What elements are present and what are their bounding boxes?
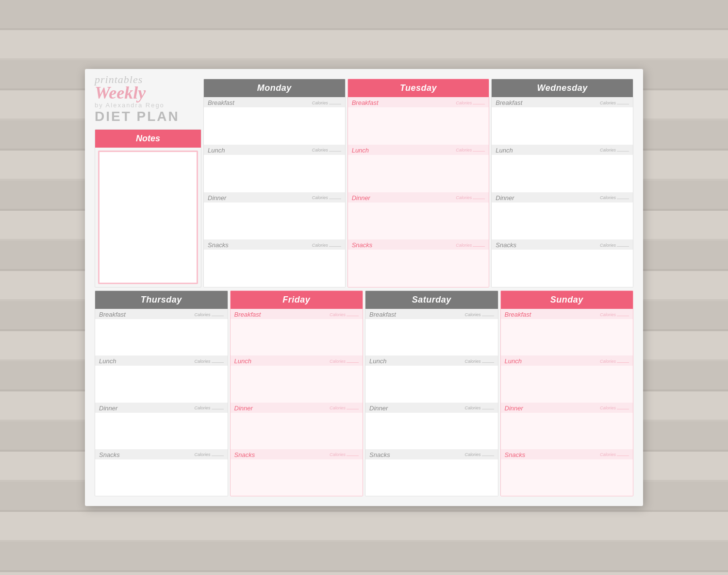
- calories-label-lunch-friday: Calories: [330, 359, 359, 364]
- meal-snacks-tuesday: Snacks Calories: [348, 239, 489, 287]
- day-header-thursday: Thursday: [95, 291, 228, 309]
- meal-box-breakfast-tuesday[interactable]: [348, 107, 489, 145]
- meal-name-snacks-wednesday: Snacks: [496, 241, 516, 249]
- meal-box-dinner-friday[interactable]: [231, 413, 363, 449]
- meal-box-snacks-saturday[interactable]: [365, 459, 498, 496]
- calories-label-lunch-thursday: Calories: [194, 359, 223, 364]
- day-header-wednesday: Wednesday: [492, 79, 633, 97]
- meal-name-snacks-tuesday: Snacks: [352, 241, 373, 249]
- meal-box-breakfast-saturday[interactable]: [365, 319, 498, 355]
- meal-label-breakfast-wednesday: Breakfast Calories: [492, 97, 633, 107]
- calories-label-lunch-sunday: Calories: [600, 359, 629, 364]
- meal-name-dinner-thursday: Dinner: [99, 405, 117, 412]
- meal-snacks-monday: Snacks Calories: [204, 239, 345, 287]
- top-section: printables Weekly by Alexandra Rego Diet…: [95, 79, 633, 288]
- day-col-wednesday: Wednesday Breakfast Calories Lunch Calor…: [491, 79, 633, 288]
- meal-box-breakfast-sunday[interactable]: [501, 319, 633, 355]
- meal-lunch-thursday: Lunch Calories: [95, 355, 228, 402]
- calories-label-snacks-saturday: Calories: [464, 452, 494, 457]
- meal-box-lunch-friday[interactable]: [231, 366, 363, 402]
- logo-diet-plan-text: Diet Plan: [95, 109, 201, 124]
- meal-name-dinner-monday: Dinner: [208, 194, 226, 202]
- meal-box-lunch-tuesday[interactable]: [348, 155, 489, 192]
- meal-snacks-friday: Snacks Calories: [231, 449, 363, 496]
- day-col-saturday: Saturday Breakfast Calories Lunch Calori…: [365, 290, 498, 496]
- meal-snacks-saturday: Snacks Calories: [365, 449, 498, 496]
- logo-area: printables Weekly by Alexandra Rego Diet…: [95, 79, 201, 127]
- meal-name-lunch-tuesday: Lunch: [352, 147, 369, 154]
- meal-box-lunch-thursday[interactable]: [95, 366, 228, 402]
- calories-label-snacks-sunday: Calories: [600, 452, 629, 457]
- logo-weekly-text: Weekly: [95, 84, 201, 101]
- day-header-tuesday: Tuesday: [348, 79, 489, 97]
- calories-label-dinner-sunday: Calories: [600, 406, 629, 410]
- meal-label-breakfast-sunday: Breakfast Calories: [501, 309, 633, 319]
- calories-label-lunch-saturday: Calories: [464, 359, 494, 364]
- planner-paper: printables Weekly by Alexandra Rego Diet…: [85, 69, 643, 506]
- meal-box-lunch-sunday[interactable]: [501, 366, 633, 402]
- meal-box-snacks-sunday[interactable]: [501, 459, 633, 496]
- calories-label-dinner-wednesday: Calories: [600, 195, 629, 200]
- notes-body[interactable]: [98, 151, 198, 284]
- calories-label-dinner-friday: Calories: [330, 406, 359, 410]
- notes-column-wrapper: printables Weekly by Alexandra Rego Diet…: [95, 79, 201, 288]
- calories-label-breakfast-wednesday: Calories: [600, 101, 629, 105]
- meal-dinner-monday: Dinner Calories: [204, 192, 345, 240]
- meal-box-snacks-wednesday[interactable]: [492, 250, 633, 287]
- calories-label-breakfast-tuesday: Calories: [456, 101, 485, 105]
- meal-box-dinner-sunday[interactable]: [501, 413, 633, 449]
- meal-name-lunch-wednesday: Lunch: [496, 147, 513, 154]
- meal-name-breakfast-tuesday: Breakfast: [352, 99, 379, 106]
- meal-name-lunch-friday: Lunch: [234, 357, 251, 365]
- meal-box-dinner-tuesday[interactable]: [348, 203, 489, 240]
- meal-box-lunch-monday[interactable]: [204, 155, 345, 192]
- meal-box-snacks-tuesday[interactable]: [348, 250, 489, 287]
- calories-label-lunch-monday: Calories: [312, 148, 341, 152]
- meal-label-lunch-monday: Lunch Calories: [204, 145, 345, 155]
- meal-name-snacks-friday: Snacks: [234, 451, 255, 458]
- meal-box-dinner-thursday[interactable]: [95, 413, 228, 449]
- meal-box-snacks-friday[interactable]: [231, 459, 363, 496]
- calories-label-snacks-tuesday: Calories: [456, 243, 485, 248]
- meal-snacks-thursday: Snacks Calories: [95, 449, 228, 496]
- meal-dinner-sunday: Dinner Calories: [501, 403, 633, 449]
- meal-box-breakfast-friday[interactable]: [231, 319, 363, 355]
- meal-box-snacks-thursday[interactable]: [95, 459, 228, 496]
- meal-name-breakfast-wednesday: Breakfast: [496, 99, 522, 106]
- meal-box-breakfast-thursday[interactable]: [95, 319, 228, 355]
- meal-lunch-friday: Lunch Calories: [231, 355, 363, 402]
- meal-breakfast-saturday: Breakfast Calories: [365, 309, 498, 355]
- meal-name-breakfast-friday: Breakfast: [234, 311, 261, 318]
- meal-dinner-saturday: Dinner Calories: [365, 403, 498, 449]
- meal-lunch-monday: Lunch Calories: [204, 145, 345, 192]
- meal-breakfast-friday: Breakfast Calories: [231, 309, 363, 355]
- meal-box-dinner-saturday[interactable]: [365, 413, 498, 449]
- meal-label-lunch-sunday: Lunch Calories: [501, 355, 633, 366]
- calories-label-breakfast-sunday: Calories: [600, 312, 629, 317]
- calories-label-breakfast-saturday: Calories: [464, 312, 494, 317]
- day-col-sunday: Sunday Breakfast Calories Lunch Calories…: [500, 290, 634, 496]
- calories-label-lunch-wednesday: Calories: [600, 148, 629, 152]
- meal-label-dinner-friday: Dinner Calories: [231, 403, 363, 413]
- meal-name-snacks-monday: Snacks: [208, 241, 229, 249]
- calories-label-snacks-wednesday: Calories: [600, 243, 629, 248]
- meal-name-snacks-saturday: Snacks: [369, 451, 390, 458]
- meal-breakfast-tuesday: Breakfast Calories: [348, 97, 489, 145]
- logo-by-text: by Alexandra Rego: [95, 101, 201, 109]
- meal-name-breakfast-sunday: Breakfast: [505, 311, 531, 318]
- meal-box-breakfast-wednesday[interactable]: [492, 107, 633, 145]
- meal-box-lunch-saturday[interactable]: [365, 366, 498, 402]
- meal-name-dinner-sunday: Dinner: [505, 405, 523, 412]
- meal-label-breakfast-monday: Breakfast Calories: [204, 97, 345, 107]
- meal-box-snacks-monday[interactable]: [204, 250, 345, 287]
- meal-breakfast-thursday: Breakfast Calories: [95, 309, 228, 355]
- meal-box-breakfast-monday[interactable]: [204, 107, 345, 145]
- meal-label-dinner-monday: Dinner Calories: [204, 192, 345, 203]
- meal-box-dinner-wednesday[interactable]: [492, 203, 633, 240]
- meal-name-snacks-thursday: Snacks: [99, 451, 120, 458]
- meal-box-dinner-monday[interactable]: [204, 203, 345, 240]
- meal-dinner-wednesday: Dinner Calories: [492, 192, 633, 240]
- meal-lunch-saturday: Lunch Calories: [365, 355, 498, 402]
- meal-box-lunch-wednesday[interactable]: [492, 155, 633, 192]
- meal-label-breakfast-thursday: Breakfast Calories: [95, 309, 228, 319]
